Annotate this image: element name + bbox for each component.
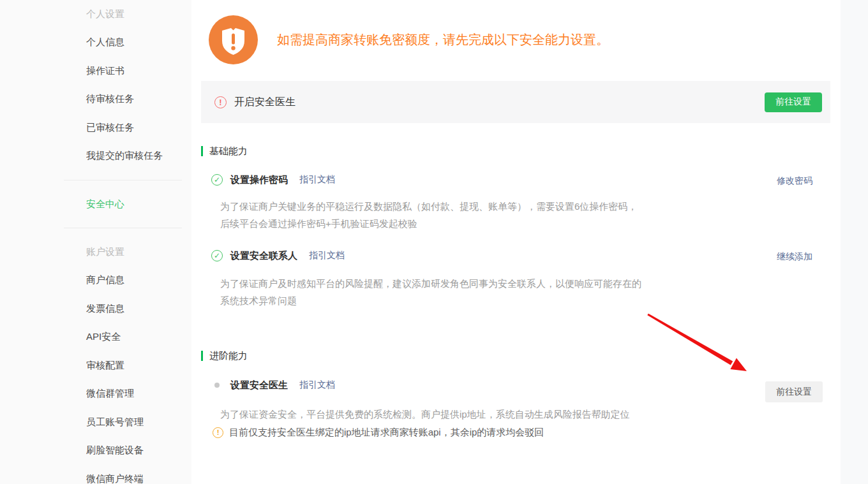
ip-restriction-notice: ! 目前仅支持安全医生绑定的ip地址请求商家转账api，其余ip的请求均会驳回	[213, 427, 544, 439]
advanced-go-to-settings-button[interactable]: 前往设置	[765, 381, 823, 402]
capability-title: 设置操作密码	[230, 174, 288, 186]
capability-row-security-doctor: 设置安全医生 指引文档	[211, 379, 335, 392]
guide-doc-link[interactable]: 指引文档	[299, 379, 335, 391]
sidebar-item-review-config[interactable]: 审核配置	[0, 351, 191, 380]
check-circle-icon: ✓	[211, 250, 223, 261]
sidebar-item-invoice-info[interactable]: 发票信息	[0, 295, 191, 323]
capability-title: 设置安全联系人	[230, 250, 297, 262]
sidebar-item-personal-info[interactable]: 个人信息	[0, 28, 191, 57]
sidebar-divider	[64, 180, 182, 180]
sidebar-section-personal-settings: 个人设置	[0, 0, 191, 28]
notice-text: 目前仅支持安全医生绑定的ip地址请求商家转账api，其余ip的请求均会驳回	[229, 427, 544, 439]
capability-description: 为了保证商户及时感知平台的风险提醒，建议添加研发角色同事为安全联系人，以便响应可…	[220, 275, 641, 309]
sidebar-item-staff-account-management[interactable]: 员工账号管理	[0, 408, 191, 437]
security-doctor-alert-bar: ! 开启安全医生 前往设置	[201, 81, 830, 123]
sidebar-item-reviewed-tasks[interactable]: 已审核任务	[0, 114, 191, 142]
section-title-basic-capabilities: 基础能力	[201, 146, 248, 156]
guide-doc-link[interactable]: 指引文档	[299, 174, 335, 186]
capability-row-security-contact: ✓ 设置安全联系人 指引文档	[211, 249, 345, 262]
capability-description: 为了保证资金安全，平台提供免费的系统检测。商户提供ip地址，系统自动生成风险报告…	[220, 406, 680, 423]
check-circle-icon: ✓	[211, 174, 223, 186]
sidebar: 个人设置 个人信息 操作证书 待审核任务 已审核任务 我提交的审核任务 安全中心…	[0, 0, 191, 484]
sidebar-item-security-center[interactable]: 安全中心	[0, 190, 191, 219]
alert-go-to-settings-button[interactable]: 前往设置	[765, 92, 822, 112]
banner-message: 如需提高商家转账免密额度，请先完成以下安全能力设置。	[277, 31, 609, 48]
red-annotation-arrow	[643, 312, 753, 376]
sidebar-divider	[64, 228, 182, 228]
main-content: 如需提高商家转账免密额度，请先完成以下安全能力设置。 ! 开启安全医生 前往设置…	[191, 0, 841, 484]
guide-doc-link[interactable]: 指引文档	[309, 250, 345, 261]
sidebar-item-my-submitted-review-tasks[interactable]: 我提交的审核任务	[0, 142, 191, 170]
page-right-gutter	[841, 0, 868, 484]
exclamation-circle-icon: !	[214, 96, 227, 108]
sidebar-item-operation-certificate[interactable]: 操作证书	[0, 57, 191, 85]
continue-adding-link[interactable]: 继续添加	[777, 251, 812, 263]
info-circle-icon: !	[213, 427, 223, 438]
sidebar-item-wechat-merchant-terminal[interactable]: 微信商户终端	[0, 465, 191, 484]
capability-row-operation-password: ✓ 设置操作密码 指引文档	[211, 173, 335, 186]
sidebar-item-face-smart-device[interactable]: 刷脸智能设备	[0, 436, 191, 465]
bullet-dot-icon	[211, 379, 223, 391]
sidebar-item-wechat-group-management[interactable]: 微信群管理	[0, 379, 191, 408]
sidebar-section-account-settings: 账户设置	[0, 238, 191, 266]
sidebar-item-api-security[interactable]: API安全	[0, 323, 191, 351]
sidebar-item-pending-review-tasks[interactable]: 待审核任务	[0, 85, 191, 114]
alert-title: 开启安全医生	[234, 96, 296, 109]
capability-title: 设置安全医生	[230, 379, 288, 392]
shield-exclamation-icon	[209, 15, 258, 64]
capability-description: 为了保证商户关键业务的平稳运行及数据隐私（如付款、提现、账单等），需要设置6位操…	[220, 198, 641, 232]
section-title-advanced-capabilities: 进阶能力	[201, 351, 248, 361]
modify-password-link[interactable]: 修改密码	[777, 175, 812, 187]
sidebar-item-merchant-info[interactable]: 商户信息	[0, 266, 191, 295]
